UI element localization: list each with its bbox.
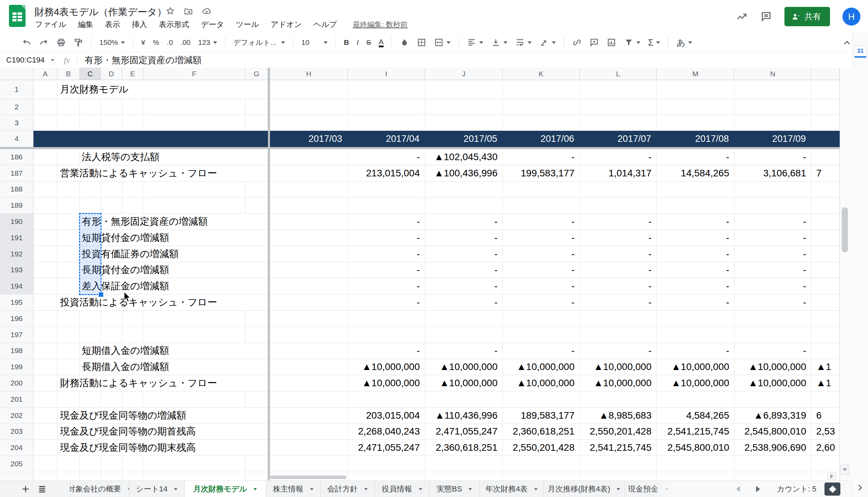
collapse-panel-chevron[interactable]: [855, 483, 865, 493]
cell-L2[interactable]: [580, 99, 657, 115]
cell-A204[interactable]: [33, 440, 57, 456]
row-header-203[interactable]: 203: [0, 424, 33, 440]
cell-L190[interactable]: -: [580, 214, 657, 230]
cell-B201[interactable]: [57, 391, 80, 408]
cell-I199[interactable]: ▲10,000,000: [348, 359, 425, 375]
cell-M196[interactable]: [657, 311, 734, 327]
cell-I198[interactable]: -: [348, 343, 425, 359]
cell-N191[interactable]: -: [734, 230, 811, 246]
cell-C191[interactable]: 短期貸付金の増減額: [80, 230, 268, 246]
all-sheets-button[interactable]: [35, 481, 50, 497]
cell-I186[interactable]: -: [348, 149, 425, 165]
cell-L205[interactable]: [580, 456, 657, 472]
cell-F201[interactable]: [143, 391, 245, 408]
cell-M3[interactable]: [657, 115, 734, 131]
cell-K186[interactable]: -: [503, 149, 580, 165]
cell-J193[interactable]: -: [425, 262, 503, 279]
cell-L193[interactable]: -: [580, 262, 657, 279]
star-icon[interactable]: [166, 7, 175, 16]
cell-O201[interactable]: [811, 391, 840, 408]
row-header-187[interactable]: 187: [0, 165, 33, 182]
cell-B192[interactable]: [57, 246, 80, 262]
cell-A1[interactable]: [33, 80, 57, 99]
cell-K196[interactable]: [503, 311, 580, 327]
cell-N187[interactable]: 3,106,681: [734, 165, 811, 182]
cell-I196[interactable]: [348, 311, 425, 327]
cell-J194[interactable]: -: [425, 278, 503, 294]
cell-N2[interactable]: [734, 99, 811, 115]
cell-B204[interactable]: 現金及び現金同等物の期末残高: [57, 440, 268, 456]
cell-H204[interactable]: [270, 440, 348, 456]
cell-H186[interactable]: [270, 149, 348, 165]
text-wrap-button[interactable]: [515, 38, 532, 47]
row-header-196[interactable]: 196: [0, 311, 33, 327]
cell-C186[interactable]: 法人税等の支払額: [80, 149, 268, 165]
cell-A197[interactable]: [33, 327, 57, 343]
cell-A3[interactable]: [33, 115, 57, 131]
cell-L1[interactable]: [580, 80, 657, 99]
cell-C198[interactable]: 短期借入金の増減額: [80, 343, 268, 359]
cell-N198[interactable]: -: [734, 343, 811, 359]
cell-I4[interactable]: 2017/04: [348, 131, 425, 147]
cell-M193[interactable]: -: [657, 262, 734, 279]
column-header-E[interactable]: E: [122, 68, 143, 80]
cell-O188[interactable]: [811, 182, 840, 198]
cell-Dp[interactable]: [101, 472, 122, 480]
cell-M194[interactable]: -: [657, 278, 734, 294]
cell-M192[interactable]: -: [657, 246, 734, 262]
cell-J186[interactable]: ▲102,045,430: [425, 149, 503, 165]
cell-I200[interactable]: ▲10,000,000: [348, 375, 425, 391]
account-avatar[interactable]: H: [842, 8, 860, 26]
cell-I197[interactable]: [348, 327, 425, 343]
cell-K200[interactable]: ▲10,000,000: [503, 375, 580, 391]
cell-I202[interactable]: 203,015,004: [348, 408, 425, 424]
cell-L195[interactable]: -: [580, 294, 657, 311]
cell-A200[interactable]: [33, 375, 57, 391]
cell-N203[interactable]: 2,545,800,010: [734, 424, 811, 440]
cell-C2[interactable]: [80, 99, 101, 115]
cell-Ip[interactable]: [348, 472, 425, 480]
cell-K4[interactable]: 2017/06: [503, 131, 580, 147]
cell-N200[interactable]: ▲10,000,000: [734, 375, 811, 391]
add-sheet-button[interactable]: [18, 481, 33, 497]
cell-L200[interactable]: ▲10,000,000: [580, 375, 657, 391]
cell-J196[interactable]: [425, 311, 503, 327]
cell-A193[interactable]: [33, 262, 57, 279]
cell-A195[interactable]: [33, 294, 57, 311]
cell-I191[interactable]: -: [348, 230, 425, 246]
cell-L202[interactable]: ▲8,985,683: [580, 408, 657, 424]
cell-O195[interactable]: [811, 294, 840, 311]
cell-B198[interactable]: [57, 343, 80, 359]
cell-M201[interactable]: [657, 391, 734, 408]
fill-color-button[interactable]: [400, 38, 409, 47]
cell-O2[interactable]: [811, 99, 840, 115]
row-header-199[interactable]: 199: [0, 359, 33, 375]
cell-B196[interactable]: [57, 311, 80, 327]
cell-K189[interactable]: [503, 197, 580, 214]
cell-A201[interactable]: [33, 391, 57, 408]
cell-N3[interactable]: [734, 115, 811, 131]
cell-N197[interactable]: [734, 327, 811, 343]
print-button[interactable]: [56, 38, 66, 47]
cell-L198[interactable]: -: [580, 343, 657, 359]
menu-item-0[interactable]: ファイル: [35, 19, 66, 30]
cell-H1[interactable]: [270, 80, 348, 99]
cell-E196[interactable]: [122, 311, 143, 327]
cell-J198[interactable]: -: [425, 343, 503, 359]
cell-O194[interactable]: [811, 278, 840, 294]
cell-H205[interactable]: [270, 456, 348, 472]
cell-K195[interactable]: -: [503, 294, 580, 311]
row-header-198[interactable]: 198: [0, 343, 33, 359]
column-header-H[interactable]: H: [270, 68, 348, 80]
menu-item-8[interactable]: ヘルプ: [314, 19, 337, 30]
cell-D3[interactable]: [101, 115, 122, 131]
cell-M202[interactable]: 4,584,265: [657, 408, 734, 424]
cell-C189[interactable]: [80, 197, 101, 214]
cell-N199[interactable]: ▲10,000,000: [734, 359, 811, 375]
cell-B205[interactable]: [57, 456, 80, 472]
cell-C193[interactable]: 長期貸付金の増減額: [80, 262, 268, 279]
cell-K203[interactable]: 2,360,618,251: [503, 424, 580, 440]
row-header-2[interactable]: 2: [0, 99, 33, 115]
cell-L189[interactable]: [580, 197, 657, 214]
cell-G3[interactable]: [245, 115, 268, 131]
